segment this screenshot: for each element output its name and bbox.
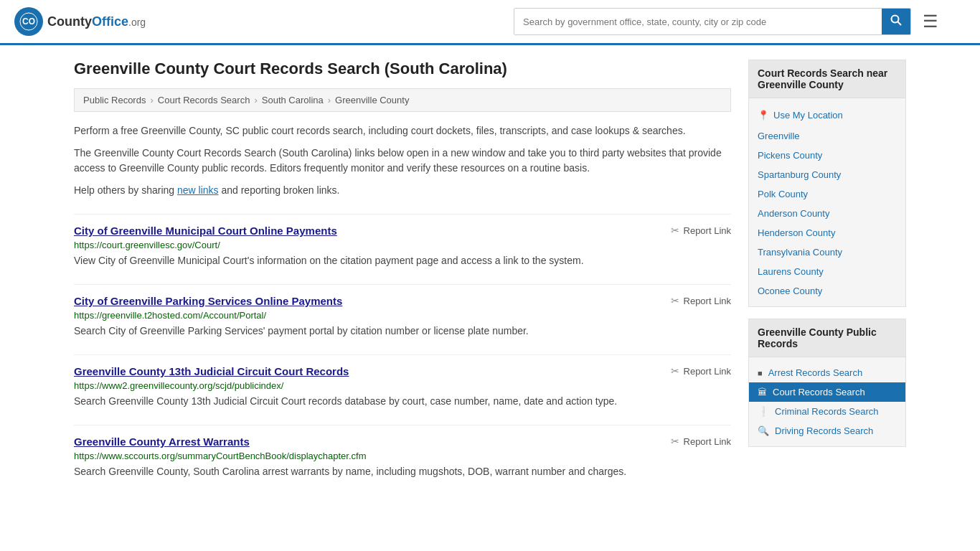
report-icon-3: ✂︎	[671, 365, 679, 377]
logo-icon: CO	[14, 7, 43, 36]
result-item-1: City of Greenville Municipal Court Onlin…	[74, 214, 731, 268]
public-records-title: Greenville County Public Records	[749, 319, 905, 357]
nearby-section: Court Records Search near Greenville Cou…	[748, 60, 906, 307]
search-area: ☰	[514, 8, 944, 35]
result-desc-3: Search Greenville County 13th Judicial C…	[74, 394, 731, 409]
result-item-4: Greenville County Arrest Warrants ✂︎ Rep…	[74, 425, 731, 479]
logo-area: CO CountyOffice.org	[14, 7, 146, 36]
result-url-3: https://www2.greenvillecounty.org/scjd/p…	[74, 380, 731, 391]
nearby-transylvania[interactable]: Transylvania County	[749, 242, 905, 262]
report-icon-2: ✂︎	[671, 295, 679, 306]
car-icon: 🔍	[758, 425, 769, 436]
nearby-section-title: Court Records Search near Greenville Cou…	[749, 60, 905, 98]
svg-point-2	[892, 16, 899, 23]
pin-icon: 📍	[758, 110, 769, 121]
breadcrumb-public-records[interactable]: Public Records	[83, 95, 146, 105]
use-location[interactable]: 📍 Use My Location	[749, 104, 905, 126]
nearby-henderson[interactable]: Henderson County	[749, 223, 905, 242]
result-title-3[interactable]: Greenville County 13th Judicial Circuit …	[74, 365, 349, 377]
search-button[interactable]	[882, 9, 910, 34]
public-records-section: Greenville County Public Records ■ Arres…	[748, 319, 906, 447]
nearby-laurens[interactable]: Laurens County	[749, 262, 905, 281]
report-link-1[interactable]: ✂︎ Report Link	[671, 225, 731, 236]
result-url-4: https://www.sccourts.org/summaryCourtBen…	[74, 451, 731, 461]
nearby-greenville[interactable]: Greenville	[749, 126, 905, 146]
report-link-2[interactable]: ✂︎ Report Link	[671, 295, 731, 306]
report-link-3[interactable]: ✂︎ Report Link	[671, 365, 731, 377]
result-desc-1: View City of Greenville Municipal Court'…	[74, 253, 731, 268]
nearby-pickens[interactable]: Pickens County	[749, 146, 905, 165]
main-container: Greenville County Court Records Search (…	[60, 45, 920, 494]
sidebar-arrest-records[interactable]: ■ Arrest Records Search	[749, 363, 905, 382]
search-box	[514, 8, 911, 35]
result-url-2: https://greenville.t2hosted.com/Account/…	[74, 310, 731, 321]
result-title-1[interactable]: City of Greenville Municipal Court Onlin…	[74, 225, 337, 237]
logo-text: CountyOffice.org	[47, 14, 146, 29]
result-title-2[interactable]: City of Greenville Parking Services Onli…	[74, 295, 342, 307]
description-3: Help others by sharing new links and rep…	[74, 183, 731, 198]
page-title: Greenville County Court Records Search (…	[74, 60, 731, 78]
nearby-polk[interactable]: Polk County	[749, 184, 905, 204]
result-item-3: Greenville County 13th Judicial Circuit …	[74, 354, 731, 409]
result-item-2: City of Greenville Parking Services Onli…	[74, 284, 731, 339]
svg-text:CO: CO	[22, 17, 35, 27]
exclaim-icon: ❕	[758, 406, 769, 417]
report-icon-1: ✂︎	[671, 225, 679, 236]
nearby-oconee[interactable]: Oconee County	[749, 281, 905, 301]
sidebar-driving-records[interactable]: 🔍 Driving Records Search	[749, 421, 905, 441]
sidebar-court-records[interactable]: 🏛 Court Records Search	[749, 382, 905, 402]
result-desc-2: Search City of Greenville Parking Servic…	[74, 324, 731, 339]
breadcrumb-south-carolina[interactable]: South Carolina	[262, 95, 324, 105]
result-title-4[interactable]: Greenville County Arrest Warrants	[74, 435, 250, 448]
nearby-spartanburg[interactable]: Spartanburg County	[749, 165, 905, 184]
description-2: The Greenville County Court Records Sear…	[74, 146, 731, 176]
square-icon: ■	[758, 369, 763, 377]
report-icon-4: ✂︎	[671, 435, 679, 447]
sidebar: Court Records Search near Greenville Cou…	[748, 60, 906, 479]
breadcrumb: Public Records › Court Records Search › …	[74, 88, 731, 112]
use-location-link[interactable]: Use My Location	[773, 110, 843, 121]
result-url-1: https://court.greenvillesc.gov/Court/	[74, 240, 731, 250]
svg-line-3	[898, 22, 902, 26]
description-1: Perform a free Greenville County, SC pub…	[74, 123, 731, 138]
hamburger-menu[interactable]: ☰	[917, 9, 944, 34]
breadcrumb-greenville-county[interactable]: Greenville County	[335, 95, 409, 105]
main-content: Greenville County Court Records Search (…	[74, 60, 731, 479]
new-links-link[interactable]: new links	[177, 184, 219, 196]
nearby-anderson[interactable]: Anderson County	[749, 204, 905, 223]
report-link-4[interactable]: ✂︎ Report Link	[671, 435, 731, 447]
search-input[interactable]	[514, 9, 882, 34]
breadcrumb-court-records[interactable]: Court Records Search	[158, 95, 250, 105]
result-desc-4: Search Greenville County, South Carolina…	[74, 464, 731, 479]
header: CO CountyOffice.org ☰	[0, 0, 980, 45]
building-icon: 🏛	[758, 387, 767, 397]
sidebar-criminal-records[interactable]: ❕ Criminal Records Search	[749, 402, 905, 421]
